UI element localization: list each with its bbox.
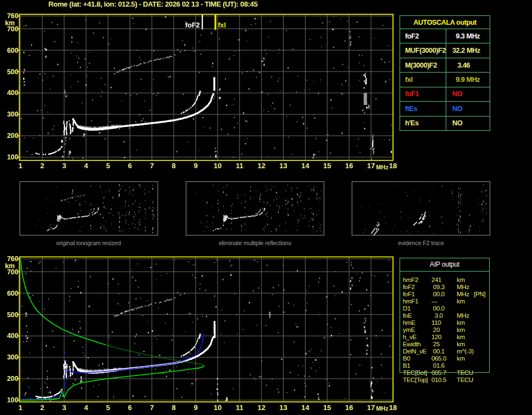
svg-text:17: 17 xyxy=(367,162,375,170)
aip-value: 065.0 xyxy=(431,355,446,362)
autoscala-ionogram-screen: {"header": {"title": "Rome (lat: +41.8, … xyxy=(0,0,532,415)
aip-row-Ewidth: Ewidth 25km xyxy=(400,341,490,348)
aip-label: B1 xyxy=(403,362,410,369)
aip-unit: m^(-3) xyxy=(457,348,474,355)
svg-text:9: 9 xyxy=(193,162,197,170)
aip-label: hmF2 xyxy=(403,276,418,284)
svg-text:6: 6 xyxy=(128,403,132,412)
svg-text:9: 9 xyxy=(193,403,197,412)
aip-label: ymE xyxy=(403,327,415,334)
background-noise-layer xyxy=(22,259,391,402)
svg-text:3: 3 xyxy=(62,162,66,170)
second-reflection-band xyxy=(114,49,185,75)
aip-unit: km xyxy=(457,355,465,362)
station-title: Rome (lat: +41.8, lon: 012.5) - DATE: 20… xyxy=(48,1,258,8)
svg-text:400: 400 xyxy=(7,332,19,340)
autoscala-row-fxI: fxI 9.9 MHz xyxy=(400,72,490,86)
aip-value: 120 xyxy=(431,334,441,341)
svg-text:6: 6 xyxy=(128,162,132,170)
svg-text:11: 11 xyxy=(236,403,243,412)
aip-label: DelN_vE xyxy=(403,348,426,355)
thumbnail-caption-original: original ionogram resized xyxy=(19,240,158,246)
svg-text:4: 4 xyxy=(84,403,88,412)
thumbnail-caption-evidence: evidence F2 trace xyxy=(352,240,490,246)
svg-text:4: 4 xyxy=(84,162,88,170)
autoscala-param-value: NO xyxy=(446,102,462,115)
aip-unit: MHz xyxy=(457,284,469,291)
grid-layer xyxy=(19,14,393,161)
autoscala-param-value: 9.3 MHz xyxy=(446,29,480,43)
x-axis-labels: 123456789101112131415161718MHz xyxy=(18,162,397,170)
aip-label: h_vE xyxy=(403,334,417,341)
autoscala-param-label: ftEs xyxy=(400,102,446,115)
aip-label: B0 xyxy=(403,355,410,362)
svg-text:1: 1 xyxy=(18,162,22,170)
autoscala-param-value: 3.46 xyxy=(446,58,470,72)
svg-text:7: 7 xyxy=(150,403,154,412)
foF2-marker: foF2 xyxy=(185,15,203,30)
autoscala-param-label: foF1 xyxy=(400,87,446,101)
aip-header-separator xyxy=(400,271,490,272)
x-axis-labels: 123456789101112131415161718MHz xyxy=(18,403,397,412)
aip-row-hmF1: hmF1---km xyxy=(400,298,490,305)
aip-label: D1 xyxy=(403,305,411,312)
aip-unit: km xyxy=(457,327,465,334)
svg-text:12: 12 xyxy=(257,403,265,412)
svg-text:5: 5 xyxy=(106,403,110,412)
aip-unit: km xyxy=(457,319,465,327)
aip-unit: MHz [PN] xyxy=(457,291,485,298)
x-axis-unit-label: MHz xyxy=(376,405,389,412)
autoscala-param-label: foF2 xyxy=(400,29,446,43)
autoscala-row-MUF(3000)F2: MUF(3000)F232.2 MHz xyxy=(400,43,490,57)
svg-text:300: 300 xyxy=(7,353,19,361)
top-ionogram-plot: 760700600500400300200100km12345678910111… xyxy=(5,12,397,170)
y-axis-unit-label: km xyxy=(5,262,15,270)
thumbnail-2 xyxy=(186,182,324,236)
svg-text:8: 8 xyxy=(172,403,176,412)
aip-value: 00.1 xyxy=(431,348,445,355)
svg-text:600: 600 xyxy=(7,47,19,54)
aip-row-foE: foE 3.0MHz xyxy=(400,312,490,319)
svg-text:2: 2 xyxy=(40,403,44,412)
autoscala-param-label: h'Es xyxy=(400,117,446,130)
aip-value: 110 xyxy=(431,319,441,327)
aip-label: TEC[Top] xyxy=(403,377,428,384)
aip-row-DelN_vE: DelN_vE 00.1m^(-3) xyxy=(400,348,490,355)
aip-value: 241 xyxy=(431,276,441,284)
aip-row-h_vE: h_vE120km xyxy=(400,334,490,341)
y-axis-labels: 760700600500400300200100km xyxy=(5,255,19,404)
svg-text:3: 3 xyxy=(62,403,66,412)
x-axis-unit-label: MHz xyxy=(376,164,389,170)
aip-value: 25 xyxy=(431,341,440,348)
aip-value: --- xyxy=(431,298,437,305)
autoscala-table-title: AUTOSCALA output xyxy=(400,16,490,29)
aip-value: 20 xyxy=(431,327,440,334)
thumbnail-border xyxy=(20,182,158,236)
autoscala-output-table: AUTOSCALA output foF2 9.3 MHzMUF(3000)F2… xyxy=(400,15,490,131)
aip-row-hmF2: hmF2241km xyxy=(400,276,490,284)
aip-unit: km xyxy=(457,298,465,305)
svg-text:200: 200 xyxy=(7,132,19,140)
autoscala-param-value: 9.9 MHz xyxy=(446,73,480,86)
aip-value: 00.0 xyxy=(431,305,445,312)
aip-unit: km xyxy=(457,276,465,284)
svg-text:500: 500 xyxy=(7,311,19,319)
svg-text:14: 14 xyxy=(301,403,309,412)
svg-text:13: 13 xyxy=(279,403,287,412)
svg-text:10: 10 xyxy=(214,403,221,412)
autoscala-param-value: NO xyxy=(446,117,462,130)
aip-label: hmF1 xyxy=(403,298,418,305)
svg-text:5: 5 xyxy=(106,162,110,170)
svg-text:18: 18 xyxy=(389,162,397,170)
svg-text:2: 2 xyxy=(40,162,44,170)
aip-row-foF1: foF1 00.0MHz [PN] xyxy=(400,291,490,298)
aip-row-D1: D1 00.0 xyxy=(400,305,490,312)
aip-value: 3.0 xyxy=(431,312,443,319)
svg-text:15: 15 xyxy=(323,403,331,412)
svg-text:10: 10 xyxy=(214,162,221,170)
foF2-marker-label: foF2 xyxy=(185,21,199,29)
aip-label: foF2 xyxy=(403,284,415,291)
y-axis-unit-label: km xyxy=(5,19,15,27)
svg-text:500: 500 xyxy=(7,68,19,76)
svg-text:100: 100 xyxy=(7,153,19,161)
